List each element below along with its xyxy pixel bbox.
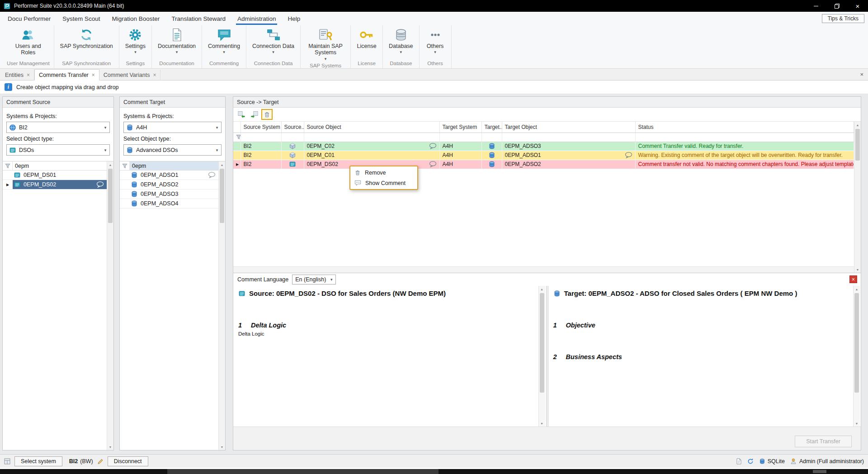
context-menu-show-comment[interactable]: Show Comment (350, 178, 417, 188)
chevron-down-icon[interactable]: ▾ (101, 145, 109, 155)
database-button[interactable]: Database ▾ (386, 26, 416, 54)
mapping-row-valid[interactable]: BI2 0EPM_C02 A4H 0EPM_ADSO3 Comment Tran… (233, 142, 854, 151)
tab-comments-transfer[interactable]: Comments Transfer × (34, 69, 99, 81)
users-and-roles-button[interactable]: Users and Roles (11, 26, 45, 56)
refresh-icon[interactable] (747, 458, 754, 465)
column-header-source-system[interactable]: Source System (241, 122, 281, 133)
sap-synchronization-button[interactable]: SAP Synchronization (57, 26, 116, 49)
vertical-scrollbar[interactable]: ▲ ▼ (853, 286, 860, 427)
filter-cell[interactable] (439, 133, 481, 142)
source-object-type-select[interactable]: DSOs ▾ (6, 144, 110, 156)
filter-cell[interactable] (304, 133, 439, 142)
settings-button[interactable]: Settings ▾ (123, 26, 148, 54)
close-tab-icon[interactable]: × (92, 72, 95, 78)
filter-cell[interactable] (481, 133, 502, 142)
filter-input[interactable]: 0epm (130, 161, 218, 170)
scroll-thumb[interactable] (108, 169, 113, 223)
chevron-down-icon[interactable]: ▾ (327, 275, 335, 284)
scroll-down-icon[interactable]: ▼ (854, 266, 861, 273)
scroll-up-icon[interactable]: ▲ (539, 286, 545, 292)
log-page-icon[interactable] (736, 458, 742, 465)
scroll-down-icon[interactable]: ▼ (107, 444, 113, 450)
scroll-down-icon[interactable]: ▼ (854, 420, 860, 427)
tips-tricks-button[interactable]: Tips & Tricks (822, 14, 864, 23)
pane-divider[interactable] (546, 286, 548, 427)
comment-language-select[interactable]: En (English) ▾ (292, 275, 336, 284)
menu-tab-docu-performer[interactable]: Docu Performer (2, 12, 57, 25)
mapping-row-invalid[interactable]: ▶ BI2 0EPM_DS02 A4H 0EPM_ADSO2 Comment t… (233, 160, 854, 169)
close-button[interactable]: × (847, 0, 868, 12)
start-transfer-button[interactable]: Start Transfer (795, 436, 852, 447)
close-tab-icon[interactable]: × (27, 72, 30, 78)
commenting-button[interactable]: Commenting ▾ (205, 26, 243, 54)
filter-cell[interactable] (502, 133, 635, 142)
connection-data-button[interactable]: Connection Data ▾ (250, 26, 297, 54)
restore-button[interactable] (826, 0, 847, 12)
list-item-0epm-adso1[interactable]: 0EPM_ADSO1 (120, 171, 218, 180)
expander-icon[interactable]: ▶ (3, 180, 13, 189)
filter-funnel-icon[interactable] (120, 161, 130, 170)
others-button[interactable]: Others ▾ (423, 26, 448, 54)
maintain-sap-systems-button[interactable]: Maintain SAP Systems ▾ (304, 26, 347, 61)
scroll-up-icon[interactable]: ▲ (219, 161, 225, 168)
filter-input[interactable]: 0epm (13, 161, 107, 170)
tab-comment-variants[interactable]: Comment Variants × (99, 70, 161, 80)
scroll-thumb[interactable] (855, 129, 860, 161)
transfer-in-button[interactable] (249, 109, 260, 120)
column-header-source-object[interactable]: Source Object (304, 122, 439, 133)
column-header-target-icon[interactable]: Target... (481, 122, 502, 133)
list-item-0epm-adso2[interactable]: 0EPM_ADSO2 (120, 180, 218, 190)
target-system-select[interactable]: A4H ▾ (123, 122, 222, 133)
scroll-down-icon[interactable]: ▼ (219, 444, 225, 450)
edit-system-pencil-icon[interactable] (97, 458, 104, 465)
list-item-0epm-ds01[interactable]: 0EPM_DS01 (3, 171, 107, 180)
filter-cell[interactable] (635, 133, 854, 142)
filter-funnel-icon[interactable] (3, 161, 13, 170)
menu-tab-system-scout[interactable]: System Scout (57, 12, 106, 25)
scroll-thumb[interactable] (540, 293, 544, 393)
expander-icon[interactable]: ▶ (233, 160, 241, 169)
minimize-button[interactable] (806, 0, 826, 12)
column-header-source-icon[interactable]: Source... (281, 122, 304, 133)
filter-cell[interactable] (281, 133, 304, 142)
remove-mapping-button[interactable] (261, 109, 273, 120)
column-header-expander[interactable] (233, 122, 241, 133)
column-header-target-system[interactable]: Target System (439, 122, 481, 133)
horizontal-scrollbar[interactable] (233, 266, 854, 273)
menu-tab-translation-steward[interactable]: Translation Steward (165, 12, 231, 25)
license-button[interactable]: License (354, 26, 379, 49)
close-preview-button[interactable]: × (849, 275, 857, 283)
filter-cell[interactable] (241, 133, 281, 142)
source-system-select[interactable]: BI2 ▾ (6, 122, 110, 133)
context-menu-remove[interactable]: Remove (350, 167, 417, 178)
scroll-thumb[interactable] (220, 169, 224, 223)
mapping-row-warning[interactable]: BI2 0EPM_C01 A4H 0EPM_ADSO1 Warning. Exi… (233, 151, 854, 160)
close-tab-icon[interactable]: × (153, 72, 156, 78)
disconnect-button[interactable]: Disconnect (108, 456, 148, 466)
scroll-down-icon[interactable]: ▼ (539, 420, 545, 427)
menu-tab-administration[interactable]: Administration (231, 12, 282, 25)
tab-entities[interactable]: Entities × (1, 70, 34, 80)
chevron-down-icon[interactable]: ▾ (101, 122, 109, 133)
list-item-0epm-ds02[interactable]: ▶ 0EPM_DS02 (3, 180, 107, 190)
list-item-0epm-adso3[interactable]: 0EPM_ADSO3 (120, 190, 218, 199)
scroll-thumb[interactable] (854, 293, 859, 393)
filter-funnel-icon[interactable] (233, 133, 241, 142)
close-tabstrip-icon[interactable]: × (860, 71, 863, 78)
vertical-scrollbar[interactable]: ▲ ▼ (107, 161, 113, 450)
scroll-up-icon[interactable]: ▲ (854, 286, 860, 292)
column-header-target-object[interactable]: Target Object (502, 122, 635, 133)
select-system-button[interactable]: Select system (14, 456, 62, 466)
vertical-scrollbar[interactable]: ▲ ▼ (218, 161, 225, 450)
column-header-status[interactable]: Status (635, 122, 854, 133)
chevron-down-icon[interactable]: ▾ (213, 122, 221, 133)
list-item-0epm-adso4[interactable]: 0EPM_ADSO4 (120, 199, 218, 209)
menu-tab-migration-booster[interactable]: Migration Booster (106, 12, 166, 25)
vertical-scrollbar[interactable]: ▲ ▼ (854, 122, 861, 273)
target-object-type-select[interactable]: Advanced DSOs ▾ (123, 144, 222, 156)
scroll-up-icon[interactable]: ▲ (854, 122, 861, 128)
chevron-down-icon[interactable]: ▾ (213, 145, 221, 155)
documentation-button[interactable]: Documentation ▾ (155, 26, 198, 54)
menu-tab-help[interactable]: Help (282, 12, 306, 25)
vertical-scrollbar[interactable]: ▲ ▼ (538, 286, 545, 427)
